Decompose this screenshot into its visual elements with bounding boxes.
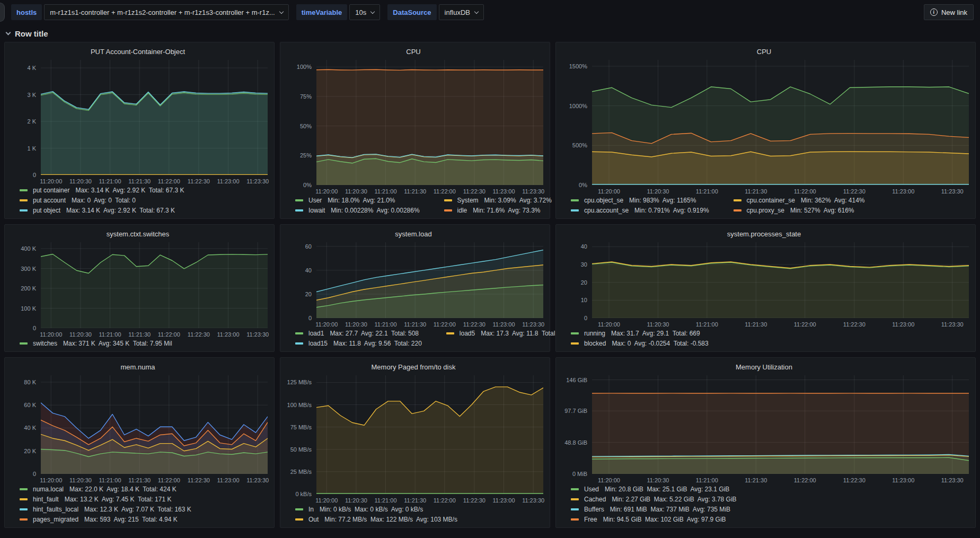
panel-title[interactable]: CPU <box>559 45 969 60</box>
x-tick-label: 11:21:00 <box>696 188 718 195</box>
legend-item-cpu-proxy-se[interactable]: cpu.proxy_seMin: 527% Avg: 616% <box>734 207 865 214</box>
x-tick-label: 11:20:30 <box>69 477 92 483</box>
x-tick-label: 11:22:00 <box>794 321 816 328</box>
side-panel-stub[interactable] <box>0 3 5 22</box>
x-tick-label: 11:22:30 <box>843 321 866 328</box>
legend-item-user[interactable]: UserMin: 18.0% Avg: 21.0% <box>295 197 420 204</box>
x-tick-label: 11:20:00 <box>40 331 62 338</box>
chevron-down-icon <box>370 9 375 13</box>
chart-plot-memory-paged-from-to-disk[interactable] <box>316 375 543 494</box>
legend-item-running[interactable]: runningMax: 31.7 Avg: 29.1 Total: 669 <box>571 330 709 337</box>
panel-memory-utilization: Memory Utilization146 GiB97.7 GiB48.8 Gi… <box>555 357 976 528</box>
legend-item-put-account[interactable]: put accountMax: 0 Avg: 0 Total: 0 <box>20 197 184 204</box>
x-axis: 11:20:0011:20:3011:21:0011:21:3011:22:00… <box>316 318 543 329</box>
chevron-down-icon <box>6 30 11 36</box>
x-tick-label: 11:20:30 <box>345 321 367 328</box>
chart-plot-memory-utilization[interactable] <box>592 375 969 474</box>
new-link-button[interactable]: i New link <box>924 4 974 20</box>
x-tick-label: 11:23:30 <box>522 497 544 504</box>
legend-item-hint-fault[interactable]: hint_faultMax: 13.2 K Avg: 7.45 K Total:… <box>20 496 191 503</box>
panel-title[interactable]: mem.numa <box>8 360 268 375</box>
x-tick-label: 11:21:00 <box>375 188 397 195</box>
legend-item-pages-migrated[interactable]: pages_migratedMax: 593 Avg: 215 Total: 4… <box>20 516 191 523</box>
x-tick-label: 11:21:30 <box>128 331 151 338</box>
x-tick-label: 11:21:00 <box>696 321 718 328</box>
legend-item-switches[interactable]: switchesMax: 371 K Avg: 345 K Total: 7.9… <box>20 340 172 347</box>
panel-mem-numa: mem.numa80 K60 K40 K20 K011:20:0011:20:3… <box>4 357 275 528</box>
y-tick-label: 500% <box>572 142 587 148</box>
legend-item-cached[interactable]: CachedMin: 2.27 GiB Max: 5.22 GiB Avg: 3… <box>571 496 737 503</box>
panel-title[interactable]: system.load <box>284 227 543 242</box>
variable-timevariable-dropdown[interactable]: 10s <box>349 4 380 20</box>
row-header[interactable]: Row title <box>0 24 980 42</box>
y-tick-label: 25% <box>300 152 312 158</box>
y-tick-label: 20 <box>581 279 587 286</box>
legend-swatch <box>571 508 579 510</box>
variable-timevariable: timeVariable 10s <box>296 4 381 20</box>
new-link-label: New link <box>941 8 967 16</box>
variable-timevariable-label: timeVariable <box>296 4 348 20</box>
panel-title[interactable]: Memory Paged from/to disk <box>284 360 543 375</box>
chart-plot-system-processes-state[interactable] <box>592 242 969 318</box>
x-tick-label: 11:21:30 <box>745 188 767 195</box>
y-tick-label: 40 K <box>24 425 36 431</box>
legend-item-load1[interactable]: load1Max: 27.7 Avg: 22.1 Total: 508 <box>295 330 422 337</box>
legend-item-load5[interactable]: load5Max: 17.3 Avg: 11.8 Total: 270 <box>446 330 569 337</box>
legend-stats: Max: 3.14 K Avg: 2.92 K Total: 67.3 K <box>75 187 184 194</box>
panel-title[interactable]: PUT Account-Container-Object <box>8 45 268 60</box>
chart-plot-system-ctxt-switches[interactable] <box>41 242 268 328</box>
panel-title[interactable]: Memory Utilization <box>559 360 969 375</box>
y-axis: 4 K3 K2 K1 K0 <box>8 60 41 175</box>
y-tick-label: 0 <box>33 325 36 331</box>
legend-item-out[interactable]: OutMin: 77.2 MB/s Max: 122 MB/s Avg: 103… <box>295 516 457 523</box>
panel-cpu-services: CPU1500%1000%500%0%11:20:0011:20:3011:21… <box>555 42 976 219</box>
chart-plot-system-load[interactable] <box>316 242 543 318</box>
legend-item-cpu-account-se[interactable]: cpu.account_seMin: 0.791% Avg: 0.919% <box>571 207 709 214</box>
chart-plot-cpu-overall[interactable] <box>316 60 543 185</box>
x-tick-label: 11:23:00 <box>493 188 515 195</box>
legend-item-used[interactable]: UsedMin: 20.8 GiB Max: 25.1 GiB Avg: 23.… <box>571 486 737 493</box>
legend: switchesMax: 371 K Avg: 345 K Total: 7.9… <box>20 340 268 347</box>
legend-item-buffers[interactable]: BuffersMin: 691 MiB Max: 737 MiB Avg: 73… <box>571 506 737 513</box>
legend-label: load5 <box>460 330 475 337</box>
y-tick-label: 20 K <box>24 448 36 454</box>
legend-label: cpu.proxy_se <box>747 207 784 214</box>
legend-item-blocked[interactable]: blockedMax: 0 Avg: -0.0254 Total: -0.583 <box>571 340 709 347</box>
legend-item-in[interactable]: InMin: 0 kB/s Max: 0 kB/s Avg: 0 kB/s <box>295 506 457 513</box>
panel-title[interactable]: system.ctxt.switches <box>8 227 268 242</box>
legend-swatch <box>571 342 579 345</box>
legend-stats: Min: 0 kB/s Max: 0 kB/s Avg: 0 kB/s <box>320 506 423 513</box>
x-tick-label: 11:20:30 <box>345 497 367 504</box>
legend-item-hint-faults-local[interactable]: hint_faults_localMax: 12.3 K Avg: 7.07 K… <box>20 506 191 513</box>
legend-item-numa-local[interactable]: numa.localMax: 22.0 K Avg: 18.4 K Total:… <box>20 486 191 493</box>
legend-swatch <box>295 342 303 345</box>
legend-item-idle[interactable]: idleMin: 71.6% Avg: 73.3% <box>444 207 552 214</box>
legend-item-cpu-object-se[interactable]: cpu.object_seMin: 983% Avg: 1165% <box>571 197 709 204</box>
chart-plot-mem-numa[interactable] <box>41 375 268 474</box>
legend-item-free[interactable]: FreeMin: 94.5 GiB Max: 102 GiB Avg: 97.9… <box>571 516 737 523</box>
x-tick-label: 11:22:30 <box>463 188 485 195</box>
x-tick-label: 11:21:30 <box>404 188 426 195</box>
chart-plot-cpu-services[interactable] <box>592 60 969 185</box>
legend-stats: Max: 593 Avg: 215 Total: 4.94 K <box>84 516 178 523</box>
legend-item-cpu-container-se[interactable]: cpu.container_seMin: 362% Avg: 414% <box>734 197 865 204</box>
panel-title[interactable]: CPU <box>284 45 543 60</box>
legend-item-put-container[interactable]: put containerMax: 3.14 K Avg: 2.92 K Tot… <box>20 187 184 194</box>
x-tick-label: 11:23:00 <box>217 477 240 483</box>
legend-swatch <box>446 332 454 334</box>
chart-plot-put-account-container-object[interactable] <box>41 60 268 175</box>
y-tick-label: 0 <box>33 172 36 178</box>
legend-item-iowait[interactable]: IowaitMin: 0.00228% Avg: 0.00286% <box>295 207 420 214</box>
y-axis: 403020100 <box>559 242 592 318</box>
legend-item-load15[interactable]: load15Max: 11.8 Avg: 9.56 Total: 220 <box>295 340 422 347</box>
legend-swatch <box>295 199 303 201</box>
variable-timevariable-value: 10s <box>355 8 366 16</box>
y-tick-label: 50% <box>300 123 312 129</box>
legend-stats: Max: 22.0 K Avg: 18.4 K Total: 424 K <box>69 486 176 493</box>
x-tick-label: 11:22:30 <box>463 497 485 504</box>
panel-title[interactable]: system.processes_state <box>559 227 969 242</box>
variable-datasource-dropdown[interactable]: influxDB <box>439 4 484 20</box>
variable-hostis-dropdown[interactable]: m-r1z1s1-controller + m-r1z1s2-controlle… <box>44 4 288 20</box>
legend-item-put-object[interactable]: put objectMax: 3.14 K Avg: 2.92 K Total:… <box>20 207 184 214</box>
legend-item-system[interactable]: SystemMin: 3.09% Avg: 3.72% <box>444 197 552 204</box>
